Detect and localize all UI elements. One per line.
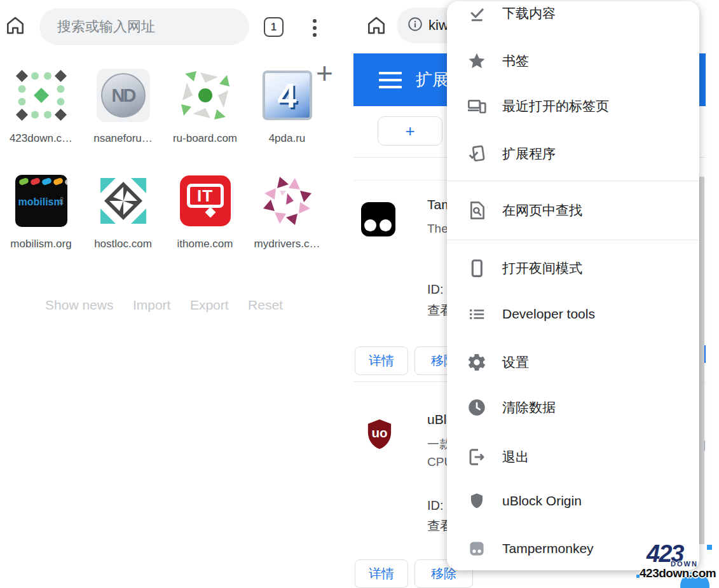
menu-item-ublock[interactable]: uBlock Origin [447,478,699,524]
ublock-logo-text: uo [371,425,387,440]
mydrivers-favicon [257,170,318,231]
shortcut-label: mydrivers.c… [254,238,320,250]
extension-description: The [427,222,448,236]
find-in-page-icon [466,200,488,221]
details-button[interactable]: 详情 [355,559,408,588]
tampermonkey-extension-icon [361,202,395,236]
menu-divider [447,181,699,181]
url-text: kiw [428,17,449,34]
hostloc-favicon [93,170,154,231]
dot-icon [313,26,317,30]
menu-item-clear-data[interactable]: 清除数据 [447,385,699,430]
nsaneforums-favicon: ND [93,65,154,126]
add-shortcut-plus[interactable]: + [316,58,333,88]
gear-icon [466,352,488,373]
shortcut-ithome[interactable]: IT ithome.com [164,170,246,250]
overflow-menu-button[interactable] [311,18,318,38]
details-button[interactable]: 详情 [355,346,408,375]
hamburger-icon[interactable] [379,72,402,88]
devices-icon [466,95,488,117]
menu-item-extensions[interactable]: 扩展程序 [447,131,699,177]
home-button[interactable] [364,14,389,39]
dot-icon [313,19,317,23]
4pda-favicon: 4 [257,65,318,126]
reset-link[interactable]: Reset [248,297,283,312]
mobilism-logo-text: mobilism [18,196,63,208]
newtab-links: Show news Import Export Reset [0,297,328,313]
ithome-favicon: IT [175,170,236,231]
exit-icon [466,446,488,468]
ruboard-favicon [175,65,236,126]
shortcut-label: nsaneforu… [93,132,153,145]
shortcut-label: 423down.c… [10,132,72,145]
ithome-logo-text: IT [197,186,213,206]
tab-counter-button[interactable]: 1 [264,17,284,37]
import-link[interactable]: Import [133,297,171,312]
ublock-extension-icon: uo [361,416,398,456]
home-icon [365,14,388,39]
home-button[interactable] [3,14,28,39]
tab-count: 1 [271,22,277,33]
shortcut-label: hostloc.com [94,238,152,250]
shortcut-ruboard[interactable]: ru-board.com [164,65,246,145]
423down-favicon [11,65,72,126]
browser-menu: 下载内容 书签 最近打开的标签页 扩展程序 [447,1,699,570]
shortcut-mobilism[interactable]: mobilism org mobilism.org [0,170,82,250]
mobilism-org-text: org [59,197,65,205]
menu-item-exit[interactable]: 退出 [447,434,699,480]
clock-icon [466,397,488,418]
menu-item-tampermonkey[interactable]: Tampermonkey [447,526,699,570]
menu-item-developer-tools[interactable]: Developer tools [447,291,699,337]
nd-logo-text: ND [112,85,135,106]
mobilism-favicon: mobilism org [11,170,72,231]
menu-divider [447,240,699,240]
shield-icon [466,490,488,512]
show-news-link[interactable]: Show news [45,297,113,312]
phone-icon [466,257,488,279]
extensions-icon [466,143,488,165]
scrollbar[interactable] [699,177,704,544]
menu-item-downloads[interactable]: 下载内容 [447,1,699,36]
tampermonkey-icon [466,538,488,559]
menu-item-settings[interactable]: 设置 [447,339,699,385]
list-icon [466,303,488,325]
search-bar[interactable] [39,8,249,45]
mobilism-pills [19,179,67,184]
shortcut-nsaneforums[interactable]: ND nsaneforu… [82,65,164,145]
shortcut-label: mobilism.org [10,238,71,250]
shortcut-423down[interactable]: 423down.c… [0,65,82,145]
menu-item-find-in-page[interactable]: 在网页中查找 [447,188,699,233]
watermark-square [707,545,712,550]
shortcut-mydrivers[interactable]: mydrivers.c… [246,170,328,250]
extension-id-label: ID: [427,498,444,513]
shortcut-hostloc[interactable]: hostloc.com [82,170,164,250]
menu-item-bookmarks[interactable]: 书签 [447,38,699,84]
dot-icon [313,33,317,37]
info-icon [407,16,423,35]
shortcut-grid: 423down.c… ND nsaneforu… [0,65,328,250]
shortcut-label: ithome.com [177,238,233,250]
export-link[interactable]: Export [190,297,229,312]
shortcut-label: ru-board.com [173,132,237,145]
extension-id-label: ID: [427,282,444,297]
menu-item-night-mode[interactable]: 打开夜间模式 [447,245,699,291]
new-tab-panel: 1 423down.c… [0,0,353,588]
4pda-logo-text: 4 [277,76,296,115]
search-input[interactable] [56,18,233,36]
plus-icon: + [405,121,414,141]
shortcut-label: 4pda.ru [269,132,306,145]
star-icon [466,50,488,72]
home-icon [4,14,27,39]
load-extension-button[interactable]: + [378,116,442,146]
menu-item-recent-tabs[interactable]: 最近打开的标签页 [447,83,699,129]
download-done-icon [466,3,488,24]
